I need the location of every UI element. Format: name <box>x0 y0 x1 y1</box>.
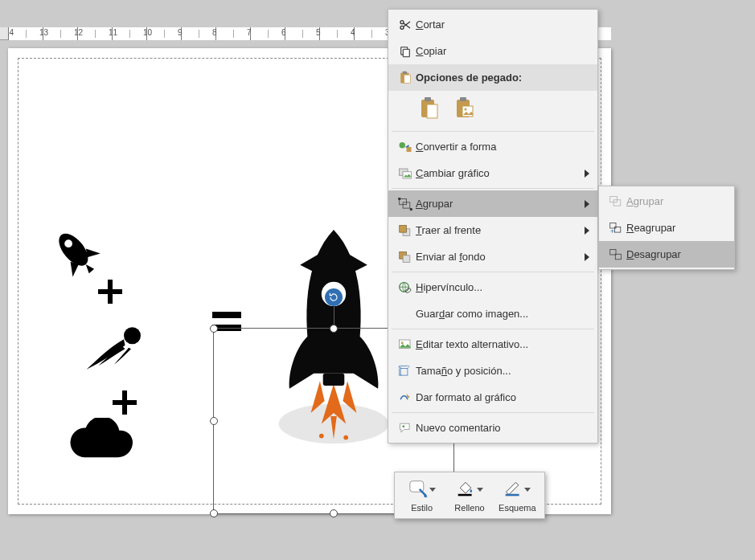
context-menu[interactable]: Cortar Copiar Opciones de pegado: Conver… <box>388 9 598 444</box>
svg-rect-18 <box>425 97 431 101</box>
ruler-number: 4 <box>351 28 355 37</box>
menu-item-group[interactable]: Agrupar <box>388 190 597 217</box>
ungroup-icon <box>605 248 626 261</box>
menu-separator <box>392 131 594 132</box>
menu-item-label: Agrupar <box>626 195 663 207</box>
svg-point-24 <box>400 142 406 149</box>
submenu-item-ungroup[interactable]: Desagrupar <box>599 241 734 268</box>
clipboard-icon <box>395 71 416 85</box>
resize-handle-nw[interactable] <box>210 325 218 333</box>
svg-rect-27 <box>403 171 412 178</box>
mini-style-button[interactable]: Estilo <box>400 477 444 515</box>
svg-rect-43 <box>610 223 616 228</box>
size-position-icon <box>395 365 416 378</box>
submenu-item-group[interactable]: Agrupar <box>599 188 734 215</box>
paste-option-picture[interactable] <box>453 96 477 121</box>
menu-item-save-as-image[interactable]: Guardar como imagen... <box>388 300 597 327</box>
svg-rect-19 <box>427 104 437 118</box>
ruler-number: 5 <box>316 28 321 37</box>
ruler-tick: 8 <box>215 27 250 40</box>
plus-icon <box>111 389 138 416</box>
svg-rect-46 <box>615 254 621 260</box>
ruler-number: 14 <box>8 28 14 37</box>
group-icon <box>605 195 626 208</box>
ruler-tick: 5 <box>319 27 354 40</box>
menu-item-hyperlink[interactable]: Hipervínculo... <box>388 274 597 300</box>
menu-item-label: Enviar al fondo <box>416 251 486 263</box>
svg-rect-49 <box>506 494 519 497</box>
svg-rect-33 <box>400 225 407 232</box>
svg-rect-21 <box>460 97 466 101</box>
menu-item-format-graphic[interactable]: Dar formato al gráfico <box>388 384 597 411</box>
icon-small-rocket <box>48 225 105 281</box>
fill-bucket-icon <box>456 480 475 500</box>
menu-item-label: Editar texto alternativo... <box>416 338 528 350</box>
svg-point-39 <box>401 341 404 344</box>
svg-rect-22 <box>462 106 473 116</box>
svg-rect-13 <box>403 49 409 56</box>
menu-item-label: Cortar <box>416 18 445 31</box>
mini-format-toolbar[interactable]: Estilo Relleno Esquema <box>394 472 545 519</box>
ruler-tick: 9 <box>181 27 215 40</box>
menu-separator <box>392 188 594 189</box>
submenu-item-regroup[interactable]: Reagrupar <box>599 215 734 241</box>
svg-rect-15 <box>403 71 407 73</box>
ruler-number: 12 <box>74 28 83 37</box>
convert-shape-icon <box>395 141 416 153</box>
menu-item-send-to-back[interactable]: Enviar al fondo <box>388 243 597 270</box>
menu-item-label: Tamaño y posición... <box>416 365 511 377</box>
resize-handle-s[interactable] <box>330 509 338 517</box>
ruler-number: 9 <box>178 28 183 37</box>
ruler-number: 11 <box>109 28 117 37</box>
menu-item-size-and-position[interactable]: Tamaño y posición... <box>388 358 597 384</box>
mini-button-label: Estilo <box>411 503 433 513</box>
menu-item-label: Reagrupar <box>626 222 675 234</box>
menu-item-bring-to-front[interactable]: Traer al frente <box>388 217 597 243</box>
group-submenu[interactable]: Agrupar Reagrupar Desagrupar <box>598 186 735 270</box>
ruler-number: 8 <box>212 28 217 37</box>
menu-item-convert-to-shape[interactable]: Convertir a forma <box>388 133 597 160</box>
mini-fill-button[interactable]: Relleno <box>447 477 491 515</box>
menu-item-label: Dar formato al gráfico <box>416 391 516 403</box>
ruler-tick: 7 <box>250 27 285 40</box>
send-back-icon <box>395 251 416 264</box>
menu-paste-options-header: Opciones de pegado: <box>388 64 597 91</box>
svg-rect-35 <box>403 255 410 262</box>
mini-outline-button[interactable]: Esquema <box>495 477 540 515</box>
menu-separator <box>392 329 594 329</box>
bring-front-icon <box>395 224 416 237</box>
svg-rect-44 <box>615 227 621 232</box>
dropdown-caret-icon <box>477 488 483 492</box>
resize-handle-sw[interactable] <box>210 509 218 517</box>
submenu-arrow-icon <box>585 170 589 178</box>
menu-item-copy[interactable]: Copiar <box>388 38 597 64</box>
menu-item-label: Cambiar gráfico <box>416 167 490 179</box>
comment-icon <box>395 422 416 435</box>
dropdown-caret-icon <box>524 488 531 492</box>
style-icon <box>408 480 428 500</box>
svg-rect-3 <box>212 312 241 318</box>
menu-item-edit-alt-text[interactable]: Editar texto alternativo... <box>388 331 597 358</box>
mini-button-label: Relleno <box>454 503 484 513</box>
menu-separator <box>392 272 594 272</box>
globe-link-icon <box>395 281 416 294</box>
menu-item-label: Agrupar <box>416 198 453 210</box>
menu-item-new-comment[interactable]: Nuevo comentario <box>388 415 597 441</box>
menu-item-change-graphic[interactable]: Cambiar gráfico <box>388 160 597 186</box>
ruler-number: 10 <box>143 28 152 37</box>
svg-point-23 <box>465 108 467 111</box>
resize-handle-n[interactable] <box>330 325 338 333</box>
resize-handle-w[interactable] <box>210 417 218 425</box>
menu-item-label: Desagrupar <box>626 248 681 260</box>
menu-item-label: Copiar <box>416 45 446 57</box>
menu-separator <box>392 412 594 413</box>
menu-item-label: Convertir a forma <box>416 141 496 153</box>
rotation-handle[interactable] <box>325 288 343 306</box>
paste-option-keep-source[interactable] <box>417 96 441 121</box>
mini-button-label: Esquema <box>499 503 535 513</box>
menu-item-label: Hipervínculo... <box>416 281 482 293</box>
menu-item-cut[interactable]: Cortar <box>388 11 597 38</box>
svg-point-2 <box>124 327 141 344</box>
icon-comet <box>80 321 153 378</box>
ruler-tick: 6 <box>285 27 319 40</box>
